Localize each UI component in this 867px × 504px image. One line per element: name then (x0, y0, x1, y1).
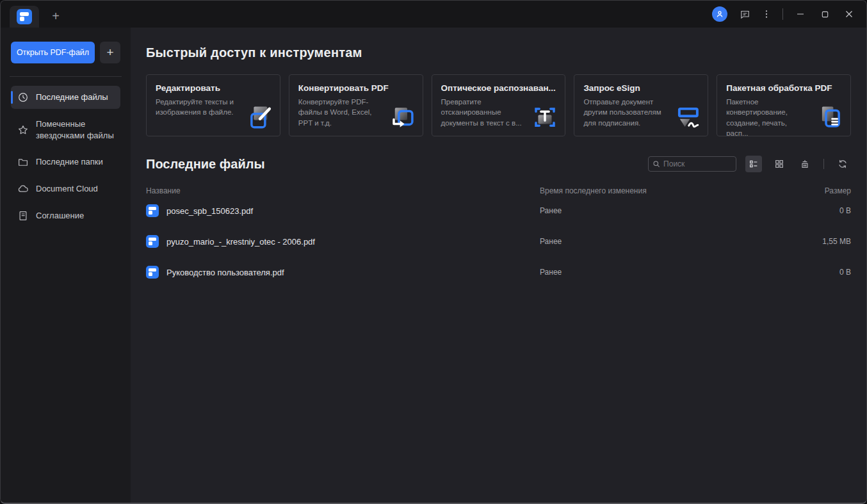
titlebar-controls (712, 1, 866, 28)
maximize-icon (821, 10, 829, 19)
grid-view-button[interactable] (771, 156, 788, 172)
file-size: 0 B (781, 268, 851, 277)
recent-files-title: Последние файлы (146, 157, 648, 172)
column-size[interactable]: Размер (781, 186, 851, 195)
sidebar-nav: Последние файлы Помеченные звездочками ф… (11, 86, 120, 227)
file-name: posec_spb_150623.pdf (166, 206, 253, 216)
pdf-file-icon (146, 204, 159, 217)
clear-history-button[interactable] (797, 156, 813, 172)
sidebar-item-agreement[interactable]: Соглашение (11, 204, 120, 227)
ocr-icon (531, 104, 558, 131)
sidebar-item-label: Document Cloud (36, 183, 98, 195)
open-pdf-button[interactable]: Открыть PDF-файл (11, 42, 95, 63)
card-title: Оптическое распознаван... (441, 83, 556, 93)
card-esign[interactable]: Запрос eSign Отправьте документ другим п… (574, 74, 708, 136)
card-title: Пакетная обработка PDF (726, 83, 841, 93)
sidebar-item-label: Соглашение (36, 210, 84, 222)
sidebar-item-recent-files[interactable]: Последние файлы (11, 86, 120, 109)
card-title: Запрос eSign (583, 83, 699, 93)
card-desc: Отправьте документ другим пользователям … (583, 97, 668, 128)
pdfelement-logo-icon (17, 9, 32, 24)
titlebar: + (1, 1, 866, 28)
close-button[interactable] (838, 4, 860, 24)
cloud-icon (17, 183, 29, 195)
file-table-body: posec_spb_150623.pdf Ранее 0 B pyuzo_mar… (146, 195, 851, 288)
clear-broom-icon (800, 159, 810, 169)
new-tab-button[interactable]: + (47, 7, 65, 25)
search-icon (652, 159, 660, 168)
recent-files-header: Последние файлы (146, 156, 851, 172)
column-name[interactable]: Название (146, 186, 540, 195)
sidebar-item-document-cloud[interactable]: Document Cloud (11, 177, 120, 200)
sidebar-item-label: Помеченные звездочками файлы (36, 118, 114, 141)
card-title: Редактировать (156, 83, 271, 93)
sidebar: Открыть PDF-файл + Последние файлы (1, 28, 131, 503)
agreement-icon (17, 210, 29, 222)
card-edit[interactable]: Редактировать Редактируйте тексты и изоб… (146, 74, 280, 136)
clock-icon (17, 92, 29, 103)
file-size: 1,55 MB (781, 237, 851, 246)
maximize-button[interactable] (814, 4, 836, 24)
minimize-icon (796, 10, 805, 19)
file-modified: Ранее (540, 237, 781, 246)
grid-view-icon (774, 159, 784, 169)
file-name: Руководство пользователя.pdf (166, 268, 284, 277)
card-desc: Превратите отсканированные документы в т… (441, 97, 526, 128)
table-row[interactable]: Руководство пользователя.pdf Ранее 0 B (146, 257, 851, 288)
feedback-button[interactable] (735, 4, 754, 24)
user-icon (715, 10, 724, 19)
table-row[interactable]: pyuzo_mario_-_krestniy_otec - 2006.pdf Р… (146, 226, 851, 257)
esign-icon (674, 104, 701, 131)
card-desc: Редактируйте тексты и изображения в файл… (156, 97, 240, 118)
pdf-file-icon (146, 266, 159, 279)
close-icon (845, 10, 854, 19)
file-name: pyuzo_mario_-_krestniy_otec - 2006.pdf (166, 237, 315, 247)
sidebar-divider (10, 76, 122, 77)
file-size: 0 B (781, 206, 851, 215)
refresh-icon (838, 159, 848, 169)
search-input[interactable] (663, 159, 732, 168)
quick-access-title: Быстрый доступ к инструментам (146, 45, 851, 60)
card-title: Конвертировать PDF (298, 83, 414, 93)
menu-button[interactable] (757, 4, 776, 24)
column-modified[interactable]: Время последнего изменения (540, 186, 781, 195)
edit-icon (247, 104, 273, 131)
app-window: + (0, 0, 867, 504)
sidebar-item-label: Последние файлы (36, 92, 108, 103)
folder-icon (17, 156, 29, 168)
convert-icon (389, 104, 416, 131)
file-table-header: Название Время последнего изменения Разм… (146, 186, 851, 195)
tab-home[interactable] (10, 6, 39, 28)
controls-separator (823, 159, 824, 169)
titlebar-separator (782, 8, 783, 20)
card-desc: Пакетное конвертирование, создание, печа… (726, 97, 811, 136)
refresh-button[interactable] (834, 156, 851, 172)
sidebar-item-recent-folders[interactable]: Последние папки (11, 150, 120, 174)
card-ocr[interactable]: Оптическое распознаван... Превратите отс… (432, 74, 566, 136)
pdf-file-icon (146, 235, 159, 248)
card-convert[interactable]: Конвертировать PDF Конвертируйте PDF-фай… (289, 74, 423, 136)
sidebar-item-starred-files[interactable]: Помеченные звездочками файлы (11, 113, 120, 147)
add-file-button[interactable]: + (100, 42, 120, 63)
file-modified: Ранее (540, 206, 781, 215)
account-avatar[interactable] (712, 6, 727, 22)
star-icon (17, 124, 29, 136)
list-view-button[interactable] (745, 156, 762, 172)
card-desc: Конвертируйте PDF-файлы в Word, Excel, P… (298, 97, 383, 128)
main-panel: Быстрый доступ к инструментам ··· Редакт… (131, 28, 866, 503)
minimize-button[interactable] (790, 4, 811, 24)
list-view-icon (749, 159, 759, 169)
kebab-menu-icon (761, 9, 772, 19)
sidebar-item-label: Последние папки (36, 156, 103, 168)
batch-icon (817, 104, 844, 131)
table-row[interactable]: posec_spb_150623.pdf Ранее 0 B (146, 195, 851, 226)
file-modified: Ранее (540, 268, 781, 277)
chat-bubble-icon (740, 9, 750, 20)
search-box[interactable] (648, 156, 736, 172)
quick-access-cards: Редактировать Редактируйте тексты и изоб… (146, 74, 851, 136)
card-batch[interactable]: Пакетная обработка PDF Пакетное конверти… (717, 74, 851, 136)
